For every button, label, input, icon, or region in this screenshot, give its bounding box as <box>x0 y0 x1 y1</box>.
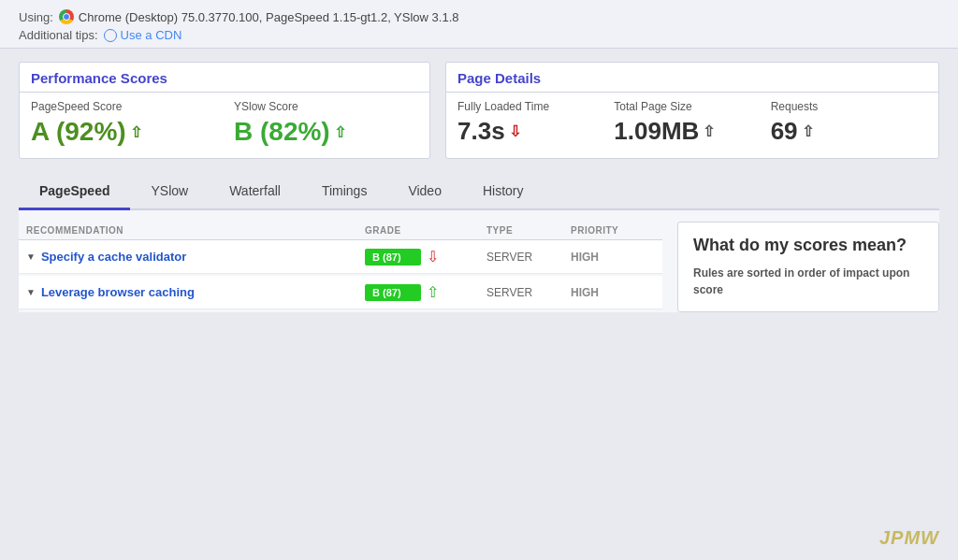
priority-1: HIGH <box>571 251 655 264</box>
size-label: Total Page Size <box>614 100 762 113</box>
recommendations-table: RECOMMENDATION GRADE TYPE PRIORITY ▼ Spe… <box>19 222 662 312</box>
pagespeed-arrow: ⇧ <box>130 123 142 141</box>
requests-value: 69 ⇧ <box>771 117 920 146</box>
pagespeed-value: A (92%) ⇧ <box>31 117 215 147</box>
grade-bar-2: B (87) ⇧ <box>365 283 486 301</box>
yslow-score: B (82%) <box>234 117 330 147</box>
tips-row: Additional tips: Use a CDN <box>19 28 939 42</box>
table-row: ▼ Leverage browser caching B (87) ⇧ SERV… <box>19 276 662 309</box>
size-value: 1.09MB ⇧ <box>614 117 762 146</box>
browser-info: Chrome (Desktop) 75.0.3770.100, PageSpee… <box>79 10 459 24</box>
info-text: Rules are sorted in order of impact upon… <box>693 265 923 298</box>
col-priority: PRIORITY <box>571 225 655 236</box>
rec-label-2[interactable]: Leverage browser caching <box>41 285 195 299</box>
page-details-grid: Fully Loaded Time 7.3s ⇩ Total Page Size… <box>446 93 938 157</box>
rec-name-1: ▼ Specify a cache validator <box>26 250 365 264</box>
pagespeed-label: PageSpeed Score <box>31 100 215 113</box>
page-details-panel: Page Details Fully Loaded Time 7.3s ⇩ To… <box>445 62 939 159</box>
info-title: What do my scores mean? <box>693 236 923 255</box>
row-triangle-1: ▼ <box>26 251 36 262</box>
main-content: Performance Scores PageSpeed Score A (92… <box>0 49 958 312</box>
type-1: SERVER <box>486 251 571 264</box>
tab-pagespeed[interactable]: PageSpeed <box>19 174 130 210</box>
grade-arrow-2: ⇧ <box>427 283 439 301</box>
performance-scores-grid: PageSpeed Score A (92%) ⇧ YSlow Score B … <box>20 93 429 158</box>
pagespeed-score: A (92%) <box>31 117 126 147</box>
rec-label-1[interactable]: Specify a cache validator <box>41 250 186 264</box>
tab-history[interactable]: History <box>462 174 544 210</box>
requests-label: Requests <box>771 100 920 113</box>
loaded-arrow: ⇩ <box>509 122 521 140</box>
yslow-score-item: YSlow Score B (82%) ⇧ <box>234 100 418 147</box>
yslow-label: YSlow Score <box>234 100 418 113</box>
top-bar: Using: Chrome (Desktop) 75.0.3770.100, P… <box>0 0 958 49</box>
tab-timings[interactable]: Timings <box>301 174 388 210</box>
grade-bar-1: B (87) ⇩ <box>365 248 486 266</box>
requests-arrow: ⇧ <box>802 122 814 140</box>
loaded-time-item: Fully Loaded Time 7.3s ⇩ <box>457 100 614 146</box>
requests-count: 69 <box>771 117 798 146</box>
chrome-icon <box>59 9 74 24</box>
row-triangle-2: ▼ <box>26 287 36 297</box>
grade-value-1: B (87) <box>365 249 421 266</box>
tabs-row: PageSpeed YSlow Waterfall Timings Video … <box>19 174 939 210</box>
loaded-value: 7.3s ⇩ <box>457 117 606 146</box>
cdn-link[interactable]: Use a CDN <box>121 28 182 42</box>
priority-2: HIGH <box>571 286 655 299</box>
requests-item: Requests 69 ⇧ <box>771 100 927 146</box>
tab-video[interactable]: Video <box>387 174 462 210</box>
rec-name-2: ▼ Leverage browser caching <box>26 285 365 299</box>
tips-label: Additional tips: <box>19 28 98 42</box>
table-area: RECOMMENDATION GRADE TYPE PRIORITY ▼ Spe… <box>19 210 939 312</box>
using-label: Using: <box>19 10 53 24</box>
table-row: ▼ Specify a cache validator B (87) ⇩ SER… <box>19 240 662 274</box>
pagespeed-score-item: PageSpeed Score A (92%) ⇧ <box>31 100 215 147</box>
size-arrow: ⇧ <box>703 122 715 140</box>
page-details-title: Page Details <box>446 63 938 92</box>
info-panel: What do my scores mean? Rules are sorted… <box>677 222 939 312</box>
grade-arrow-1: ⇩ <box>427 248 439 266</box>
page-size: 1.09MB <box>614 117 699 146</box>
type-2: SERVER <box>486 286 571 299</box>
yslow-arrow: ⇧ <box>334 123 346 141</box>
using-row: Using: Chrome (Desktop) 75.0.3770.100, P… <box>19 9 939 24</box>
col-type: TYPE <box>486 225 571 236</box>
yslow-value: B (82%) ⇧ <box>234 117 418 147</box>
scores-section: Performance Scores PageSpeed Score A (92… <box>19 62 939 159</box>
tab-waterfall[interactable]: Waterfall <box>209 174 301 210</box>
loaded-time: 7.3s <box>457 117 505 146</box>
table-header: RECOMMENDATION GRADE TYPE PRIORITY <box>19 222 662 240</box>
performance-panel: Performance Scores PageSpeed Score A (92… <box>19 62 430 159</box>
loaded-label: Fully Loaded Time <box>457 100 606 113</box>
grade-value-2: B (87) <box>365 284 421 301</box>
performance-title: Performance Scores <box>20 63 429 92</box>
globe-icon <box>104 29 117 42</box>
page-size-item: Total Page Size 1.09MB ⇧ <box>614 100 770 146</box>
watermark: JPMW <box>879 527 939 549</box>
col-recommendation: RECOMMENDATION <box>26 225 365 236</box>
tab-yslow[interactable]: YSlow <box>130 174 209 210</box>
col-grade: GRADE <box>365 225 486 236</box>
